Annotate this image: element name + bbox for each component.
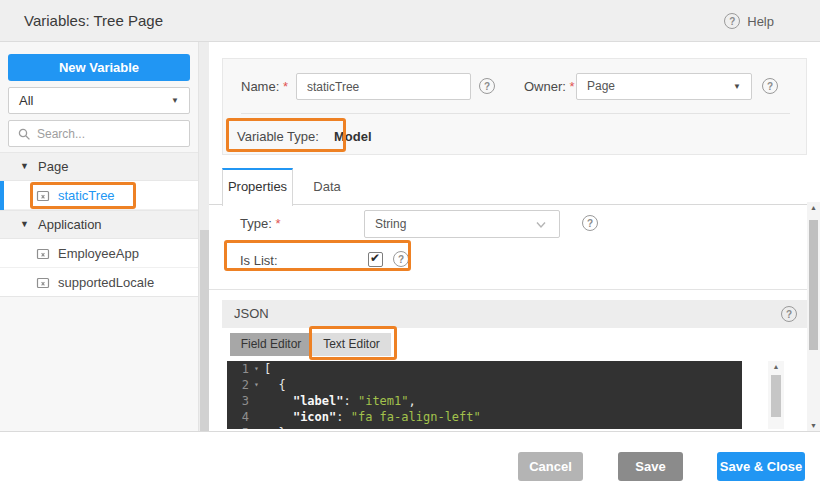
variables-dialog: Variables: Tree Page ? Help New Variable… xyxy=(0,0,820,491)
required-mark: * xyxy=(283,79,288,94)
divider xyxy=(241,113,790,114)
dialog-header: Variables: Tree Page ? Help xyxy=(0,0,820,42)
dropdown-arrow-icon: ▼ xyxy=(733,74,741,99)
code-line: 5 } xyxy=(227,425,742,429)
tree-group-page[interactable]: ▼ Page xyxy=(0,152,198,181)
scroll-up-icon[interactable]: ▲ xyxy=(768,363,784,370)
tab-properties[interactable]: Properties xyxy=(222,168,293,206)
page-title: Variables: Tree Page xyxy=(24,0,163,42)
search-icon xyxy=(17,127,32,142)
code-line: 2 ▾ { xyxy=(227,377,742,393)
scroll-up-icon[interactable]: ▲ xyxy=(807,204,820,211)
variable-icon xyxy=(36,276,50,290)
tab-data[interactable]: Data xyxy=(299,168,355,205)
type-selected-value: String xyxy=(375,217,406,231)
tree-item-supportedlocale[interactable]: supportedLocale xyxy=(0,268,198,297)
chevron-down-icon xyxy=(535,221,547,229)
required-mark: * xyxy=(275,216,280,231)
scroll-down-icon[interactable]: ▼ xyxy=(807,422,820,429)
sidebar-scrollbar-thumb[interactable] xyxy=(200,230,209,431)
variable-type-value: Model xyxy=(334,129,372,144)
check-icon: ✔ xyxy=(370,251,380,265)
is-list-label: Is List: xyxy=(240,253,278,268)
save-and-close-button[interactable]: Save & Close xyxy=(717,452,805,481)
json-code-editor[interactable]: 1 ▾ [ 2 ▾ { 3 "label": "item1", 4 "icon"… xyxy=(227,361,742,429)
search-box xyxy=(8,120,190,147)
code-line: 1 ▾ [ xyxy=(227,361,742,377)
editor-scrollbar-thumb[interactable] xyxy=(771,375,781,417)
json-section-header: JSON ? xyxy=(222,300,807,328)
collapse-arrow-icon: ▼ xyxy=(20,211,29,238)
selected-indicator xyxy=(0,181,4,210)
variable-filter-select[interactable]: All ▼ xyxy=(8,87,190,114)
help-circle-icon: ? xyxy=(724,13,740,29)
help-button[interactable]: ? Help xyxy=(724,0,774,42)
name-input[interactable] xyxy=(296,73,471,100)
new-variable-button[interactable]: New Variable xyxy=(8,54,190,81)
dialog-footer: Cancel Save Save & Close xyxy=(0,431,820,491)
fold-icon[interactable]: ▾ xyxy=(249,377,264,393)
is-list-help-icon[interactable]: ? xyxy=(393,251,409,267)
code-line: 3 "label": "item1", xyxy=(227,393,742,409)
tree-item-employeeapp[interactable]: EmployeeApp xyxy=(0,239,198,268)
owner-selected-value: Page xyxy=(587,79,615,93)
code-line: 4 "icon": "fa fa-align-left" xyxy=(227,409,742,425)
variable-type-label: Variable Type: xyxy=(237,129,319,144)
tree-item-label: staticTree xyxy=(58,181,115,210)
dropdown-arrow-icon: ▼ xyxy=(171,88,179,113)
tree-item-label: EmployeeApp xyxy=(58,239,139,268)
name-help-icon[interactable]: ? xyxy=(479,78,495,94)
is-list-checkbox[interactable]: ✔ xyxy=(368,252,383,267)
type-select[interactable]: String xyxy=(364,210,560,238)
filter-selected-value: All xyxy=(19,93,33,108)
field-editor-button[interactable]: Field Editor xyxy=(230,333,312,356)
variable-icon xyxy=(36,189,50,203)
variables-sidebar: New Variable All ▼ ▼ Page xyxy=(0,42,198,431)
json-section-title: JSON xyxy=(234,300,269,328)
save-button[interactable]: Save xyxy=(618,452,683,481)
fold-icon[interactable]: ▾ xyxy=(249,361,264,377)
variable-icon xyxy=(36,247,50,261)
type-help-icon[interactable]: ? xyxy=(582,215,598,231)
tree-group-application[interactable]: ▼ Application xyxy=(0,210,198,239)
divider xyxy=(209,289,810,290)
json-help-icon[interactable]: ? xyxy=(781,306,797,322)
panel-scrollbar-thumb[interactable] xyxy=(809,220,818,350)
tree-item-statictree[interactable]: staticTree xyxy=(0,181,198,210)
sidebar-scrollbar[interactable] xyxy=(198,42,209,431)
help-label: Help xyxy=(747,14,774,29)
variables-tree: ▼ Page staticTree ▼ Application xyxy=(0,152,198,297)
search-input[interactable] xyxy=(37,122,185,145)
tree-group-label: Page xyxy=(38,153,68,180)
editor-scrollbar[interactable]: ▲ xyxy=(768,361,784,429)
type-label: Type: * xyxy=(240,210,280,238)
tree-item-label: supportedLocale xyxy=(58,268,154,297)
owner-select[interactable]: Page ▼ xyxy=(576,73,752,100)
owner-label: Owner: * xyxy=(524,73,575,100)
tree-group-label: Application xyxy=(38,211,102,238)
text-editor-button[interactable]: Text Editor xyxy=(312,333,391,356)
variable-detail-panel: Name: * ? Owner: * Page ▼ ? Variable Typ… xyxy=(209,42,820,431)
variable-summary-panel: Name: * ? Owner: * Page ▼ ? Variable Typ… xyxy=(222,58,807,155)
owner-help-icon[interactable]: ? xyxy=(762,78,778,94)
panel-scrollbar[interactable]: ▲ ▼ xyxy=(807,202,820,431)
cancel-button[interactable]: Cancel xyxy=(518,452,583,481)
required-mark: * xyxy=(570,79,575,94)
name-label: Name: * xyxy=(241,73,288,100)
collapse-arrow-icon: ▼ xyxy=(20,153,29,180)
